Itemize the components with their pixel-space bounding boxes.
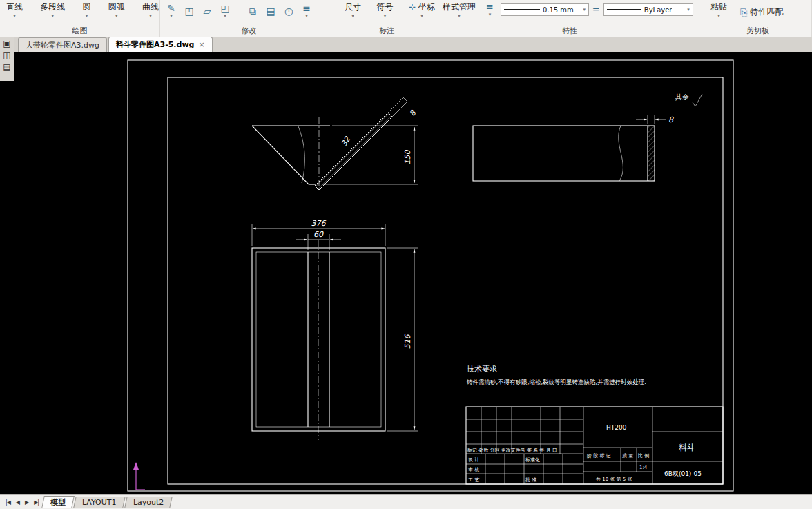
dim-516: 516	[403, 334, 412, 349]
dimension-tool-button[interactable]: 尺寸 ▾	[341, 1, 365, 19]
panel-clipboard-title[interactable]: 剪切板	[704, 25, 811, 37]
line-tool-label: 直线	[6, 1, 23, 13]
chevron-down-icon[interactable]: ▾	[115, 13, 118, 19]
chevron-down-icon[interactable]: ▾	[489, 12, 492, 17]
layer-list-button[interactable]: ≡ ▾	[483, 1, 497, 18]
scale-value: 1:4	[639, 465, 648, 470]
modify-tool-button-2[interactable]: ◳	[181, 2, 197, 20]
annotate-tools: 尺寸 ▾ 符号 ▾ ⊹ 坐标 ▾	[338, 0, 441, 25]
arc-tool-button[interactable]: 圆弧 ▾	[105, 1, 128, 19]
line-tool-button[interactable]: 直线 ▾	[3, 1, 26, 19]
chevron-down-icon[interactable]: ▾	[458, 13, 461, 19]
sheet-info: 共 10 张 第 5 张	[596, 477, 632, 482]
chevron-down-icon[interactable]: ▾	[149, 13, 152, 19]
color-select[interactable]: ByLayer ▾	[603, 3, 693, 16]
surface-roughness-note: 其余	[675, 93, 702, 106]
document-tabbar: 大带轮零件图A3.dwg 料斗零件图A3-5.dwg ×	[0, 37, 812, 52]
chevron-down-icon[interactable]: ▾	[687, 7, 690, 12]
panel-clipboard: 粘贴 ▾ ⎘ 特性匹配 剪切板	[704, 0, 812, 37]
next-tab-button[interactable]: ▶	[22, 499, 31, 506]
toolbar-icon-2[interactable]: ◫	[3, 50, 10, 60]
stage-mark-label: 阶 段 标 记	[587, 453, 611, 459]
prev-tab-button[interactable]: ◀	[13, 499, 22, 506]
view-section-left: 150 8 32	[252, 97, 418, 191]
toolbar-icon-3[interactable]: ▤	[3, 62, 10, 72]
panel-draw-title[interactable]: 绘图	[0, 25, 160, 37]
drawing-number: 6B双(01)-05	[664, 470, 702, 477]
polyline-tool-button[interactable]: 多段线 ▾	[37, 1, 68, 19]
dim-8-right: 8	[668, 115, 674, 124]
array-icon: ◰	[220, 3, 229, 13]
modify-tool-button-5[interactable]: ⧉	[244, 2, 261, 20]
drawing-viewport[interactable]: 150 8 32 8 376 60 516	[0, 52, 812, 494]
match-properties-icon: ⎘	[740, 7, 747, 18]
panel-modify-title[interactable]: 修改	[160, 25, 338, 37]
panel-properties-title[interactable]: 特性	[436, 25, 704, 37]
paste-button[interactable]: 粘贴 ▾	[707, 1, 731, 19]
history-icon: ◷	[284, 6, 293, 16]
chevron-down-icon[interactable]: ▾	[420, 13, 423, 19]
doc-tab-inactive[interactable]: 大带轮零件图A3.dwg	[18, 37, 107, 52]
chevron-down-icon[interactable]: ▾	[305, 13, 308, 19]
chevron-down-icon[interactable]: ▾	[51, 13, 54, 19]
panel-properties: 样式管理 ▾ ≡ ▾ 0.15 mm ▾ ≡ ByLayer ▾ 特性	[436, 0, 704, 37]
coordinate-tool-label: ⊹ 坐标	[409, 1, 435, 13]
first-tab-button[interactable]: |◀	[3, 499, 13, 506]
process-label: 工 艺	[468, 477, 479, 483]
lineweight-value: 0.15 mm	[543, 6, 574, 14]
circle-tool-button[interactable]: 圆 ▾	[79, 1, 95, 19]
panel-annotate: 尺寸 ▾ 符号 ▾ ⊹ 坐标 ▾ 标注	[338, 0, 436, 37]
chevron-down-icon[interactable]: ▾	[351, 13, 354, 19]
dim-150: 150	[403, 150, 412, 165]
chevron-down-icon[interactable]: ▾	[384, 13, 387, 19]
chevron-down-icon[interactable]: ▾	[13, 13, 16, 19]
last-tab-button[interactable]: ▶|	[31, 499, 41, 506]
spline-tool-label: 曲线	[142, 1, 159, 13]
crosshair-icon: ⊹	[409, 2, 416, 12]
tab-layout1-label: LAYOUT1	[82, 498, 117, 507]
dim-376: 376	[311, 219, 327, 228]
spline-tool-button[interactable]: 曲线 ▾	[139, 1, 162, 19]
style-manager-button[interactable]: 样式管理 ▾	[439, 1, 479, 19]
modify-tool-button-4[interactable]: ◰▾	[217, 2, 233, 20]
revision-header: 标记 处数 分区 更改文件号 签 名 年 月 日	[467, 447, 557, 453]
title-block: 标记 处数 分区 更改文件号 签 名 年 月 日 设 计 标准化 审 核 工 艺…	[466, 407, 723, 484]
tab-layout1[interactable]: LAYOUT1	[73, 497, 125, 508]
tech-body: 铸件需清砂,不得有砂眼,缩松,裂纹等明显铸造缺陷,并需进行时效处理.	[466, 378, 646, 385]
tab-model-label: 模型	[50, 497, 66, 508]
style-manager-label: 样式管理	[443, 1, 476, 13]
linetype-icon[interactable]: ≡	[592, 5, 600, 15]
technical-requirements: 技术要求 铸件需清砂,不得有砂眼,缩松,裂纹等明显铸造缺陷,并需进行时效处理.	[466, 365, 646, 385]
docked-toolbar: ▣ ◫ ▤	[0, 37, 14, 81]
toolbar-icon-1[interactable]: ▣	[3, 39, 10, 48]
lineweight-select[interactable]: 0.15 mm ▾	[501, 3, 589, 16]
symbol-tool-button[interactable]: 符号 ▾	[374, 1, 397, 19]
chevron-down-icon[interactable]: ▾	[170, 13, 173, 19]
modify-tool-button-3[interactable]: ▱	[199, 2, 215, 20]
coordinate-tool-button[interactable]: ⊹ 坐标 ▾	[405, 1, 438, 19]
model-space-canvas[interactable]: 150 8 32 8 376 60 516	[0, 52, 812, 494]
close-icon[interactable]: ×	[198, 40, 204, 49]
chevron-down-icon[interactable]: ▾	[583, 7, 586, 12]
circle-tool-label: 圆	[83, 1, 91, 13]
chevron-down-icon[interactable]: ▾	[224, 13, 226, 19]
standardization-label: 标准化	[525, 457, 540, 463]
lineweight-sample-line	[504, 9, 540, 10]
modify-tool-button-8[interactable]: ≡▾	[298, 2, 315, 20]
panel-annotate-title[interactable]: 标注	[338, 25, 436, 37]
list-icon: ≡	[302, 3, 311, 13]
paste-label: 粘贴	[710, 1, 727, 13]
modify-tool-button-1[interactable]: ✎▾	[163, 2, 180, 20]
view-side-right: 8	[473, 115, 674, 181]
tech-title: 技术要求	[467, 365, 497, 374]
modify-tool-button-7[interactable]: ◷	[280, 2, 297, 20]
modify-tool-button-6[interactable]: ▤	[262, 2, 279, 20]
tab-layout2[interactable]: Layout2	[124, 497, 173, 508]
clipboard-tools: 粘贴 ▾ ⎘ 特性匹配	[704, 0, 811, 25]
chevron-down-icon[interactable]: ▾	[86, 13, 88, 19]
tab-model[interactable]: 模型	[41, 496, 75, 508]
match-properties-button[interactable]: ⎘ 特性匹配	[740, 6, 783, 18]
copy-icon: ⧉	[249, 6, 256, 16]
doc-tab-active[interactable]: 料斗零件图A3-5.dwg ×	[108, 37, 213, 52]
chevron-down-icon[interactable]: ▾	[717, 13, 720, 19]
